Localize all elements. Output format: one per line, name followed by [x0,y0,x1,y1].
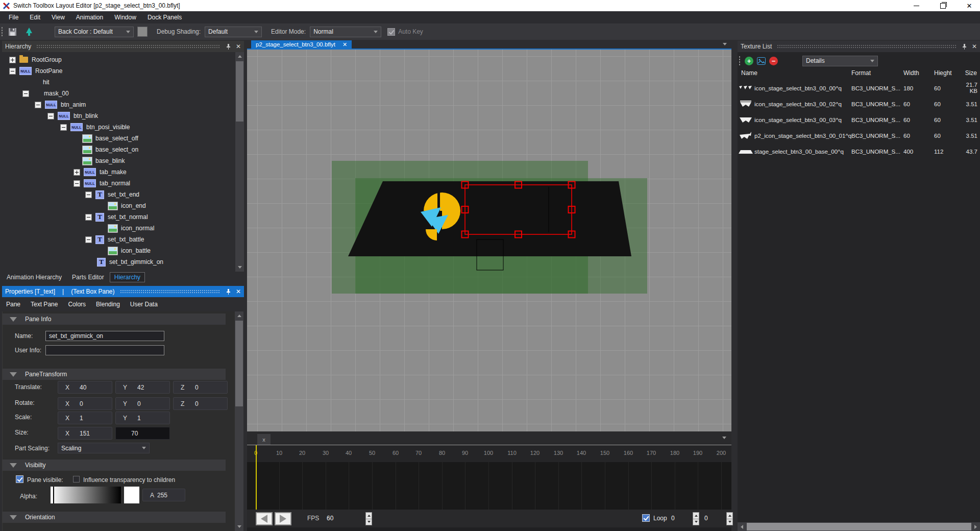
alpha-gradient-slider[interactable] [51,487,121,503]
toolbar-drag-handle[interactable] [1,27,3,37]
image-view-icon[interactable] [757,57,766,65]
size-y-field[interactable]: 70 [115,427,170,440]
next-frame-button[interactable] [275,512,291,525]
tree-item[interactable]: NULLtab_make [2,166,235,178]
column-name[interactable]: Name [741,69,757,77]
tree-item[interactable]: NULLbtn_anim [2,99,235,110]
toolbar-drag-handle[interactable] [739,56,741,66]
scale-y-field[interactable]: Y1 [115,412,170,424]
collapse-icon[interactable] [74,180,80,187]
tab-list-chevron-icon[interactable] [723,43,727,45]
menu-dock-panels[interactable]: Dock Panels [142,12,187,22]
column-width[interactable]: Width [903,69,919,77]
timeline-close-tab[interactable]: x [257,434,271,445]
fps-stepper[interactable] [365,512,372,525]
expand-icon[interactable] [74,169,80,176]
tab-animation-hierarchy[interactable]: Animation Hierarchy [2,272,66,282]
editor-mode-dropdown[interactable]: Normal [310,27,381,37]
loop-checkbox[interactable] [642,514,650,522]
collapse-icon[interactable] [35,102,41,108]
translate-x-field[interactable]: X40 [58,381,112,394]
timeline-ruler[interactable]: 0 10 20 30 40 50 60 70 80 90 100 110 120… [247,445,731,462]
tab-user-data[interactable]: User Data [126,299,162,309]
properties-scrollbar[interactable] [235,311,243,531]
close-button[interactable]: ✕ [963,1,976,10]
tab-text-pane[interactable]: Text Pane [27,299,62,309]
loop-start-value[interactable]: 0 [671,515,675,522]
scroll-left-icon[interactable] [738,522,746,531]
loop-end-stepper[interactable] [726,512,733,525]
texture-row[interactable]: stage_select_btn3_00_base_00^q BC3_UNORM… [738,144,980,160]
translate-z-field[interactable]: Z0 [173,381,228,394]
close-icon[interactable]: ✕ [342,41,347,48]
tree-item[interactable]: NULLtab_normal [2,178,235,189]
pin-icon[interactable] [226,288,231,295]
section-orientation[interactable]: Orientation [3,512,226,523]
tree-item[interactable]: Tset_txt_normal [2,211,235,223]
section-pane-info[interactable]: Pane Info [3,313,226,325]
fps-value[interactable]: 60 [327,515,333,522]
tab-hierarchy[interactable]: Hierarchy [110,272,145,282]
timeline-chevron-icon[interactable] [722,437,726,439]
tree-item[interactable]: Tset_txt_gimmick_on [2,256,235,268]
document-tab[interactable]: p2_stage_select_btn3_00.bflyt ✕ [251,40,352,49]
name-input[interactable] [45,331,164,341]
timeline-track[interactable] [247,462,731,510]
tree-item[interactable]: base_blink [2,155,235,166]
texture-row[interactable]: icon_stage_select_btn3_00_00^q BC3_UNORM… [738,81,980,96]
tree-item[interactable]: RootGroup [2,54,235,65]
tree-item[interactable]: NULLbtn_posi_visible [2,122,235,133]
transform-tree-icon[interactable] [24,27,34,36]
tree-item[interactable]: Tset_txt_end [2,189,235,200]
tab-colors[interactable]: Colors [64,299,90,309]
rotate-y-field[interactable]: Y0 [115,397,170,410]
tree-item[interactable]: icon_battle [2,245,235,256]
section-visibility[interactable]: Visibilty [3,460,226,471]
close-icon[interactable]: ✕ [972,43,977,50]
column-format[interactable]: Format [851,69,871,77]
tree-item[interactable]: base_select_off [2,133,235,144]
tab-blending[interactable]: Blending [92,299,124,309]
remove-texture-icon[interactable]: − [769,57,778,65]
minimize-button[interactable] [910,1,923,10]
collapse-icon[interactable] [85,191,92,198]
translate-y-field[interactable]: Y42 [115,381,170,394]
column-height[interactable]: Hieght [934,69,952,77]
scroll-up-icon[interactable] [235,52,244,61]
alpha-value-field[interactable]: A255 [142,489,185,501]
collapse-icon[interactable] [85,236,92,243]
tree-item[interactable]: Tset_txt_battle [2,234,235,245]
add-texture-icon[interactable]: + [745,57,753,65]
loop-start-stepper[interactable] [693,512,699,525]
close-icon[interactable]: ✕ [236,43,241,50]
size-x-field[interactable]: X151 [58,427,112,440]
view-mode-dropdown[interactable]: Details [802,56,878,66]
scroll-right-icon[interactable] [971,522,980,531]
collapse-icon[interactable] [85,214,92,221]
collapse-icon[interactable] [60,124,67,131]
collapse-icon[interactable] [9,68,16,75]
auto-key-checkbox[interactable] [387,28,395,36]
menu-edit[interactable]: Edit [24,12,46,22]
expand-icon[interactable] [9,57,16,63]
scroll-down-icon[interactable] [235,522,243,531]
tab-pane[interactable]: Pane [2,299,24,309]
texture-list-hscrollbar[interactable] [738,522,980,531]
scrollbar-thumb[interactable] [236,61,243,122]
restore-button[interactable] [936,1,949,10]
tree-item[interactable]: mask_00 [2,88,235,99]
scale-x-field[interactable]: X1 [58,412,112,424]
layout-canvas[interactable] [247,50,731,431]
tree-item[interactable]: base_select_on [2,144,235,155]
pane-visible-checkbox[interactable] [16,475,23,483]
column-size[interactable]: Size [965,69,977,77]
section-pane-transform[interactable]: PaneTransform [3,369,226,380]
texture-row[interactable]: p2_icon_stage_select_btn3_00_01^q BC3_UN… [738,128,980,144]
back-color-swatch[interactable] [137,27,148,37]
prev-frame-button[interactable] [256,512,273,525]
scroll-up-icon[interactable] [235,311,243,320]
pin-icon[interactable] [226,43,231,50]
part-scaling-dropdown[interactable]: Scaling [58,443,150,453]
menu-view[interactable]: View [46,12,70,22]
rotate-z-field[interactable]: Z0 [173,397,228,410]
